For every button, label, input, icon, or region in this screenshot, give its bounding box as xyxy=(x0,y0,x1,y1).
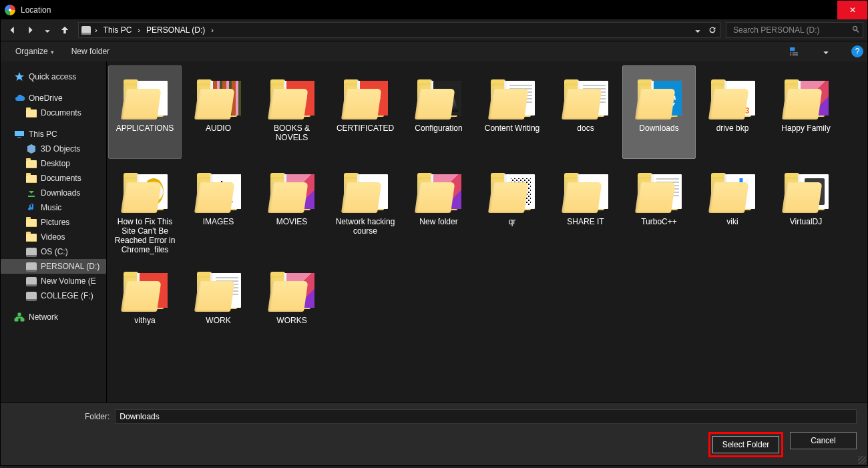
chevron-right-icon[interactable] xyxy=(138,25,140,35)
sidebar-item-label: OS (C:) xyxy=(41,247,68,256)
star-icon xyxy=(14,71,25,82)
cloud-icon xyxy=(14,93,25,103)
sidebar-item-documents[interactable]: Documents xyxy=(1,171,106,186)
recent-locations-button[interactable] xyxy=(39,22,55,38)
new-folder-button[interactable]: New folder xyxy=(69,44,112,59)
folder-icon xyxy=(26,219,37,227)
sidebar-onedrive-documents[interactable]: Documents xyxy=(1,105,106,120)
folder-item[interactable]: IMAGES xyxy=(182,159,255,258)
crumb-this-pc[interactable]: This PC xyxy=(101,25,134,35)
select-folder-button[interactable]: Select Folder xyxy=(712,436,779,453)
folder-thumbnail: MP3 xyxy=(706,69,759,121)
folder-label: qr xyxy=(509,217,516,226)
sidebar-item-pictures[interactable]: Pictures xyxy=(1,215,106,230)
sidebar-item-label: New Volume (E xyxy=(41,276,96,286)
sidebar-item-new-volume-e[interactable]: New Volume (E xyxy=(1,274,106,288)
folder-item[interactable]: Network hacking course xyxy=(329,159,402,258)
folder-item[interactable]: VirtualDJ xyxy=(769,159,843,258)
folder-field-label: Folder: xyxy=(11,412,110,421)
sidebar-item-videos[interactable]: Videos xyxy=(1,230,106,244)
sidebar-item-desktop[interactable]: Desktop xyxy=(1,156,106,171)
organize-label: Organize xyxy=(15,47,48,56)
new-folder-label: New folder xyxy=(71,47,110,56)
cancel-button[interactable]: Cancel xyxy=(790,432,857,449)
folder-item[interactable]: MOVIES xyxy=(255,159,329,258)
cube-icon xyxy=(26,144,37,154)
folder-label: CERTIFICATED xyxy=(337,124,394,133)
folder-label: Content Writing xyxy=(485,124,539,133)
chevron-right-icon[interactable] xyxy=(95,25,97,35)
help-button[interactable]: ? xyxy=(851,45,863,57)
search-box[interactable] xyxy=(726,22,863,38)
sidebar-item-label: Desktop xyxy=(41,159,70,168)
view-dropdown-button[interactable] xyxy=(818,43,834,59)
sidebar-onedrive[interactable]: OneDrive xyxy=(1,91,106,105)
folder-icon xyxy=(26,160,37,168)
sidebar-quick-access[interactable]: Quick access xyxy=(1,69,106,84)
folder-item[interactable]: Happy Family xyxy=(769,65,843,159)
folder-item[interactable]: PDFCERTIFICATED xyxy=(329,65,402,159)
folder-item[interactable]: WORKS xyxy=(255,258,329,351)
folder-thumbnail xyxy=(559,162,612,214)
folder-content[interactable]: APPLICATIONSAUDIOPDFBOOKS & NOVELSPDFCER… xyxy=(107,61,867,402)
sidebar-network[interactable]: Network xyxy=(1,310,106,324)
sidebar-this-pc[interactable]: This PC xyxy=(1,127,106,142)
download-icon xyxy=(26,188,37,198)
folder-item[interactable]: PDFBOOKS & NOVELS xyxy=(255,65,329,159)
chevron-right-icon[interactable] xyxy=(211,25,214,35)
folder-label: Happy Family xyxy=(781,124,830,133)
folder-item[interactable]: SHARE IT xyxy=(549,159,622,258)
folder-item[interactable]: Downloads xyxy=(622,65,696,159)
button-label: Cancel xyxy=(811,436,835,445)
back-button[interactable] xyxy=(5,22,21,38)
folder-item[interactable]: WORK xyxy=(182,258,255,351)
sidebar-item-label: Videos xyxy=(41,232,65,242)
folder-name-input[interactable] xyxy=(115,409,857,424)
view-options-button[interactable] xyxy=(786,45,806,58)
folder-item[interactable]: APPLICATIONS xyxy=(108,65,182,159)
folder-item[interactable]: viki xyxy=(696,159,769,258)
svg-rect-0 xyxy=(790,47,795,51)
folder-thumbnail xyxy=(339,162,392,214)
chevron-down-icon xyxy=(51,47,54,56)
search-input[interactable] xyxy=(732,25,852,35)
sidebar-item-downloads[interactable]: Downloads xyxy=(1,186,106,200)
folder-item[interactable]: Content Writing xyxy=(475,65,549,159)
folder-thumbnail: PDF xyxy=(118,261,172,313)
drive-icon xyxy=(26,277,37,286)
resize-grip[interactable] xyxy=(858,456,866,464)
folder-thumbnail xyxy=(632,69,686,121)
folder-item[interactable]: New folder xyxy=(402,159,475,258)
crumb-drive[interactable]: PERSONAL (D:) xyxy=(144,25,207,35)
close-button[interactable] xyxy=(837,1,867,19)
folder-label: New folder xyxy=(419,217,457,226)
folder-item[interactable]: MP3drive bkp xyxy=(696,65,769,159)
sidebar-item-personal-d-[interactable]: PERSONAL (D:) xyxy=(1,259,106,274)
folder-thumbnail xyxy=(192,69,245,121)
organize-button[interactable]: Organize xyxy=(13,44,57,59)
folder-thumbnail xyxy=(192,261,245,313)
folder-label: SHARE IT xyxy=(567,217,604,226)
folder-label: BOOKS & NOVELS xyxy=(258,124,325,142)
sidebar-item-music[interactable]: Music xyxy=(1,200,106,215)
folder-item[interactable]: Configuration xyxy=(402,65,475,159)
footer: Folder: Select Folder Cancel xyxy=(1,402,867,465)
folder-label: WORK xyxy=(206,316,230,325)
address-dropdown-button[interactable] xyxy=(690,23,705,37)
folder-icon xyxy=(26,234,37,242)
address-bar[interactable]: This PC PERSONAL (D:) xyxy=(78,22,720,38)
folder-item[interactable]: qr xyxy=(475,159,549,258)
folder-item[interactable]: docs xyxy=(549,65,622,159)
folder-item[interactable]: TurboC++ xyxy=(622,159,696,258)
sidebar-item-3d-objects[interactable]: 3D Objects xyxy=(1,142,106,156)
monitor-icon xyxy=(14,129,25,140)
forward-button[interactable] xyxy=(22,22,38,38)
folder-item[interactable]: PDFvithya xyxy=(108,258,182,351)
up-button[interactable] xyxy=(57,22,73,38)
sidebar-item-label: COLLEGE (F:) xyxy=(41,291,93,300)
sidebar-item-os-c-[interactable]: OS (C:) xyxy=(1,244,106,259)
folder-item[interactable]: AUDIO xyxy=(182,65,255,159)
folder-item[interactable]: How to Fix This Site Can't Be Reached Er… xyxy=(108,159,182,258)
refresh-button[interactable] xyxy=(705,23,720,37)
sidebar-item-college-f-[interactable]: COLLEGE (F:) xyxy=(1,288,106,303)
